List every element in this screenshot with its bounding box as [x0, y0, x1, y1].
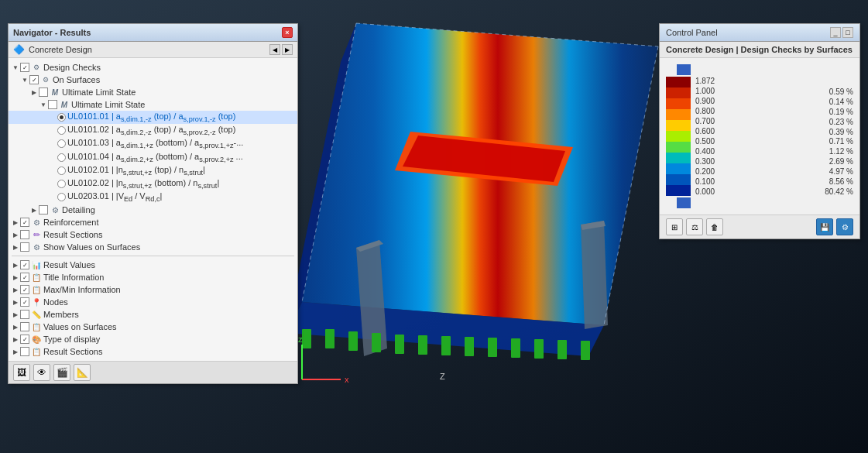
radio-ul0102-02[interactable]: [57, 180, 66, 188]
tree-item-ul0101-02[interactable]: UL0101.02 | as,dim.2,-z (top) / as,prov.…: [9, 124, 297, 137]
expand-icon: ▶: [12, 243, 19, 251]
svg-text:z: z: [298, 335, 303, 344]
expand-spacer: [49, 153, 57, 161]
expand-spacer: [49, 140, 57, 148]
cp-footer-btn-settings[interactable]: ⚙: [836, 218, 853, 235]
tree-item-uls2[interactable]: ▼ M Ultimate Limit State: [9, 98, 297, 111]
tree-item-reinforcement[interactable]: ▶ ✓ ⚙ Reinforcement: [9, 216, 297, 228]
check-design-checks[interactable]: ✓: [20, 63, 29, 72]
cp-footer-btn-delete[interactable]: 🗑: [706, 218, 723, 235]
cp-minimize-button[interactable]: _: [830, 27, 841, 38]
tree-item-result-sections-2[interactable]: ▶ 📋 Result Sections: [9, 345, 297, 358]
tree-item-result-values[interactable]: ▶ ✓ 📊 Result Values: [9, 259, 297, 271]
expand-spacer: [49, 127, 57, 135]
tree-item-values-surfaces[interactable]: ▶ 📋 Values on Surfaces: [9, 321, 297, 333]
color-seg-3: [666, 98, 691, 109]
footer-btn-eye[interactable]: 👁: [33, 364, 50, 381]
check-title-info[interactable]: ✓: [20, 273, 29, 282]
navigator-subtitle-bar: 🔷 Concrete Design ◀ ▶: [9, 42, 297, 58]
control-panel: Control Panel _ □ Concrete Design | Desi…: [659, 23, 860, 239]
cp-maximize-button[interactable]: □: [842, 27, 853, 38]
expand-icon: ▶: [30, 206, 38, 214]
nodes-label: Nodes: [43, 297, 68, 307]
svg-rect-21: [558, 340, 567, 359]
separator: [12, 256, 294, 256]
check-type-display[interactable]: ✓: [20, 335, 29, 344]
check-members[interactable]: [20, 310, 29, 319]
footer-btn-display[interactable]: 🖼: [13, 364, 30, 381]
nav-prev-button[interactable]: ◀: [269, 44, 280, 55]
show-values-label: Show Values on Surfaces: [43, 242, 140, 252]
uls2-label: Ultimate Limit State: [71, 100, 145, 109]
check-maxmin-info[interactable]: ✓: [20, 285, 29, 294]
check-on-surfaces[interactable]: ✓: [29, 75, 39, 84]
close-button[interactable]: ×: [282, 27, 293, 38]
surfaces-icon: ⚙: [40, 74, 51, 85]
legend-pct-5: 0.39 %: [731, 128, 853, 136]
reinforcement-icon: ⚙: [31, 217, 42, 228]
radio-ul0203-01[interactable]: [57, 193, 66, 201]
check-uls2[interactable]: [48, 100, 57, 109]
radio-ul0101-02[interactable]: [57, 126, 66, 135]
on-surfaces-label: On Surfaces: [53, 75, 100, 84]
radio-ul0101-03[interactable]: [57, 139, 66, 148]
tree-item-maxmin-info[interactable]: ▶ ✓ 📋 Max/Min Information: [9, 283, 297, 296]
tree-item-ul0102-01[interactable]: UL0102.01 | |ns,strut,+z (top) / ns,stru…: [9, 164, 297, 177]
tree-item-title-info[interactable]: ▶ ✓ 📋 Title Information: [9, 271, 297, 283]
expand-icon: ▶: [12, 311, 19, 318]
svg-rect-17: [465, 337, 474, 356]
check-nodes[interactable]: ✓: [20, 297, 29, 307]
tree-item-ul0101-03[interactable]: UL0101.03 | as,dim.1,+z (bottom) / as,pr…: [9, 137, 297, 150]
tree-item-nodes[interactable]: ▶ ✓ 📍 Nodes: [9, 296, 297, 308]
check-values-surfaces[interactable]: [20, 322, 29, 331]
tree-item-uls1[interactable]: ▶ M Ultimate Limit State: [9, 86, 297, 98]
radio-ul0101-04[interactable]: [57, 153, 66, 162]
tree-item-type-display[interactable]: ▶ ✓ 🎨 Type of display: [9, 333, 297, 345]
color-seg-2: [666, 88, 691, 98]
check-uls1[interactable]: [39, 88, 48, 97]
maxmin-info-label: Max/Min Information: [43, 285, 121, 294]
legend-val-1: 1.872: [695, 77, 726, 85]
ul0101-04-label: UL0101.04 | as,dim.2,+z (bottom) / as,pr…: [67, 152, 243, 163]
legend-pct-2: 0.14 %: [731, 98, 853, 106]
tree-item-ul0101-04[interactable]: UL0101.04 | as,dim.2,+z (bottom) / as,pr…: [9, 151, 297, 164]
check-show-values[interactable]: [20, 242, 29, 252]
svg-rect-12: [348, 331, 358, 351]
cp-title: Control Panel: [666, 28, 718, 37]
check-result-values[interactable]: ✓: [20, 260, 29, 269]
navigator-panel: Navigator - Results × 🔷 Concrete Design …: [8, 23, 298, 384]
footer-btn-camera[interactable]: 🎬: [53, 364, 70, 381]
check-result-sections-2[interactable]: [20, 347, 29, 356]
cp-footer-btn-save[interactable]: 💾: [816, 218, 833, 235]
color-seg-11: [666, 185, 691, 196]
tree-item-result-sections[interactable]: ▶ ✏ Result Sections: [9, 228, 297, 241]
tree-item-show-values[interactable]: ▶ ⚙ Show Values on Surfaces: [9, 241, 297, 253]
design-checks-label: Design Checks: [43, 63, 101, 72]
uls2-icon: M: [59, 99, 70, 110]
cp-footer-btn-grid[interactable]: ⊞: [666, 218, 683, 235]
check-reinforcement[interactable]: ✓: [20, 218, 29, 227]
color-seg-1: [666, 77, 691, 88]
tree-item-on-surfaces[interactable]: ▼ ✓ ⚙ On Surfaces: [9, 74, 297, 86]
result-sections-icon: ✏: [31, 229, 42, 240]
expand-icon: ▶: [12, 298, 19, 306]
tree-item-ul0101-01[interactable]: UL0101.01 | as,dim.1,-z (top) / as,prov.…: [9, 111, 297, 124]
color-seg-9: [666, 163, 691, 174]
legend-pct-7: 1.12 %: [731, 147, 853, 156]
check-detailing[interactable]: [39, 205, 48, 214]
legend-pct-1: 0.59 %: [731, 88, 853, 96]
tree-item-detailing[interactable]: ▶ ⚙ Detailing: [9, 204, 297, 216]
ul0203-01-label: UL0203.01 | |VEd / VRd,c|: [67, 191, 162, 203]
tree-item-members[interactable]: ▶ 📏 Members: [9, 308, 297, 321]
footer-btn-measure[interactable]: 📐: [74, 364, 91, 381]
nav-next-button[interactable]: ▶: [282, 44, 293, 55]
radio-ul0101-01[interactable]: [57, 113, 66, 122]
check-result-sections[interactable]: [20, 230, 29, 239]
radio-ul0102-01[interactable]: [57, 166, 66, 175]
cp-footer-btn-scale[interactable]: ⚖: [686, 218, 703, 235]
cp-legend-content: 1.872 1.000 0.900 0.800 0.700 0.600 0.50…: [660, 58, 859, 214]
svg-rect-10: [302, 329, 311, 348]
tree-item-design-checks[interactable]: ▼ ✓ ⚙ Design Checks: [9, 61, 297, 74]
tree-item-ul0102-02[interactable]: UL0102.02 | |ns,strut,+z (bottom) / ns,s…: [9, 177, 297, 190]
tree-item-ul0203-01[interactable]: UL0203.01 | |VEd / VRd,c|: [9, 190, 297, 204]
